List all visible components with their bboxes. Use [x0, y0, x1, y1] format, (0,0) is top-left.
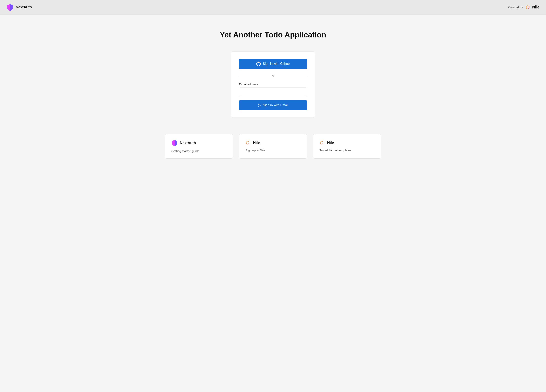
auth-card: Sign in with Github or Email address ◎ S… — [231, 51, 315, 118]
email-button-label: Sign in with Email — [263, 103, 288, 107]
nextauth-logo-icon — [6, 4, 14, 11]
header: NextAuth Created by ⬡ Nile — [0, 0, 546, 14]
divider-line-left — [239, 76, 269, 76]
svg-text:⬡: ⬡ — [246, 141, 249, 145]
email-signin-button[interactable]: ◎ Sign in with Email — [239, 100, 307, 110]
github-signin-button[interactable]: Sign in with Github — [239, 59, 307, 69]
svg-text:⬡: ⬡ — [320, 141, 323, 145]
github-icon — [256, 62, 261, 66]
card-header-nextauth: NextAuth — [171, 140, 227, 146]
created-by-label: Created by — [508, 6, 523, 9]
main-content: Yet Another Todo Application Sign in wit… — [0, 14, 546, 171]
header-app-name: NextAuth — [16, 5, 32, 9]
nextauth-card[interactable]: NextAuth Getting started guide — [165, 134, 233, 159]
nile-templates-card-title: Nile — [327, 141, 334, 145]
nextauth-card-description: Getting started guide — [171, 149, 227, 153]
divider-text: or — [272, 74, 274, 78]
svg-text:⬡: ⬡ — [526, 5, 529, 10]
nextauth-card-logo-icon — [171, 140, 178, 146]
card-header-nile-templates: ⬡ Nile — [319, 140, 375, 145]
email-input[interactable] — [239, 88, 307, 96]
card-header-nile-signup: ⬡ Nile — [245, 140, 301, 145]
nile-logo-icon: ⬡ — [525, 4, 531, 10]
nile-signup-card-logo-icon: ⬡ — [245, 140, 251, 145]
email-label: Email address — [239, 83, 307, 86]
page-title: Yet Another Todo Application — [220, 31, 326, 39]
divider: or — [239, 74, 307, 78]
nile-templates-card-logo-icon: ⬡ — [319, 140, 325, 145]
github-button-label: Sign in with Github — [263, 62, 290, 66]
divider-line-right — [277, 76, 307, 76]
header-nile-logo: ⬡ Nile — [525, 4, 540, 10]
nile-signup-card[interactable]: ⬡ Nile Sign up to Nile — [239, 134, 307, 159]
nile-templates-card[interactable]: ⬡ Nile Try additional templates — [313, 134, 381, 159]
at-icon: ◎ — [258, 103, 261, 108]
header-nile-name: Nile — [532, 5, 540, 9]
nile-signup-card-title: Nile — [253, 141, 260, 145]
bottom-cards: NextAuth Getting started guide ⬡ Ni — [162, 134, 384, 159]
nextauth-card-title: NextAuth — [180, 141, 196, 145]
nile-signup-card-description: Sign up to Nile — [245, 148, 301, 152]
nile-templates-card-description: Try additional templates — [319, 148, 375, 152]
header-right: Created by ⬡ Nile — [508, 4, 540, 10]
header-left: NextAuth — [6, 4, 32, 11]
